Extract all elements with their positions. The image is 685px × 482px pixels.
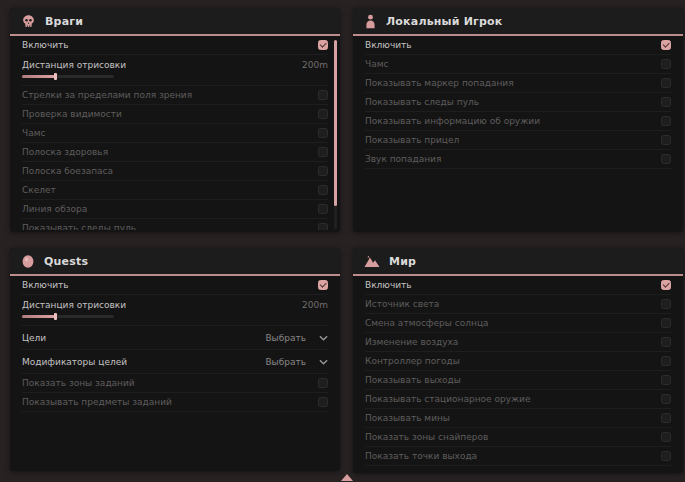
slider-fill bbox=[22, 315, 55, 318]
checkbox[interactable] bbox=[318, 223, 328, 230]
setting-row: Контроллер погоды bbox=[365, 352, 671, 371]
setting-row: Показывать информацию об оружии bbox=[365, 112, 671, 131]
setting-row: Включить bbox=[365, 276, 671, 295]
dropdown-value: Выбрать bbox=[265, 357, 306, 367]
checkbox[interactable] bbox=[661, 375, 671, 385]
checkbox[interactable] bbox=[661, 59, 671, 69]
checkbox[interactable] bbox=[318, 109, 328, 119]
setting-row: Модификаторы целей Выбрать bbox=[22, 350, 328, 374]
slider-fill bbox=[22, 75, 55, 78]
checkbox[interactable] bbox=[661, 413, 671, 423]
setting-label: Показывать выходы bbox=[365, 375, 461, 385]
setting-label: Чамс bbox=[22, 128, 45, 138]
setting-label: Показывать информацию об оружии bbox=[365, 116, 540, 126]
setting-row: Показать зоны заданий bbox=[22, 374, 328, 393]
panel-enemies-header[interactable]: Враги bbox=[10, 8, 340, 36]
setting-label: Модификаторы целей bbox=[22, 357, 127, 367]
setting-label: Включить bbox=[365, 40, 412, 50]
checkbox[interactable] bbox=[661, 116, 671, 126]
setting-label: Смена атмосферы солнца bbox=[365, 318, 489, 328]
checkbox[interactable] bbox=[318, 204, 328, 214]
scrollbar[interactable] bbox=[334, 40, 337, 229]
checkbox[interactable] bbox=[318, 40, 328, 50]
panel-world: Мир Включить Источник света Смена атмосф… bbox=[353, 248, 683, 473]
scrollbar-thumb[interactable] bbox=[334, 40, 337, 206]
checkbox[interactable] bbox=[318, 185, 328, 195]
setting-label: Показать зоны снайперов bbox=[365, 432, 488, 442]
setting-row: Показать точки выхода bbox=[365, 447, 671, 466]
setting-row: Источник света bbox=[365, 295, 671, 314]
setting-row: Смена атмосферы солнца bbox=[365, 314, 671, 333]
setting-label: Показывать мины bbox=[365, 413, 450, 423]
setting-label: Звук попадания bbox=[365, 154, 441, 164]
slider-handle[interactable] bbox=[54, 313, 57, 320]
setting-label: Включить bbox=[365, 280, 412, 290]
setting-label: Включить bbox=[22, 40, 69, 50]
slider-setting: Дистанция отрисовки 200m bbox=[22, 295, 328, 326]
quest-icon bbox=[21, 254, 35, 269]
setting-row: Показывать выходы bbox=[365, 371, 671, 390]
panel-world-header[interactable]: Мир bbox=[353, 248, 683, 276]
setting-row: Показывать следы пуль bbox=[22, 219, 328, 230]
checkbox[interactable] bbox=[661, 451, 671, 461]
setting-row: Показывать прицел bbox=[365, 131, 671, 150]
setting-label: Показывать предметы заданий bbox=[22, 397, 172, 407]
checkbox[interactable] bbox=[661, 154, 671, 164]
checkbox[interactable] bbox=[661, 337, 671, 347]
panel-local-player-body: Включить Чамс Показывать маркер попадани… bbox=[353, 36, 683, 230]
checkbox[interactable] bbox=[661, 432, 671, 442]
distance-slider[interactable] bbox=[22, 315, 114, 318]
goals-dropdown[interactable]: Выбрать bbox=[265, 333, 328, 343]
distance-slider[interactable] bbox=[22, 75, 114, 78]
setting-label: Дистанция отрисовки bbox=[22, 300, 126, 310]
setting-row: Показать зоны снайперов bbox=[365, 428, 671, 447]
checkbox[interactable] bbox=[661, 97, 671, 107]
setting-label: Включить bbox=[22, 280, 69, 290]
checkbox[interactable] bbox=[661, 394, 671, 404]
checkbox[interactable] bbox=[318, 166, 328, 176]
checkbox[interactable] bbox=[661, 356, 671, 366]
checkbox[interactable] bbox=[318, 90, 328, 100]
person-icon bbox=[364, 14, 377, 29]
checkbox[interactable] bbox=[318, 397, 328, 407]
setting-row: Изменение воздуха bbox=[365, 333, 671, 352]
checkbox[interactable] bbox=[661, 318, 671, 328]
setting-label: Контроллер погоды bbox=[365, 356, 460, 366]
checkbox[interactable] bbox=[318, 280, 328, 290]
checkbox[interactable] bbox=[661, 40, 671, 50]
setting-row: Включить bbox=[22, 36, 328, 55]
panel-local-player-header[interactable]: Локальный Игрок bbox=[353, 8, 683, 36]
setting-row: Звук попадания bbox=[365, 150, 671, 169]
setting-label: Источник света bbox=[365, 299, 439, 309]
checkbox[interactable] bbox=[661, 78, 671, 88]
dropdown-value: Выбрать bbox=[265, 333, 306, 343]
setting-row: Скелет bbox=[22, 181, 328, 200]
skull-icon bbox=[21, 14, 36, 29]
setting-label: Стрелки за пределами поля зрения bbox=[22, 90, 192, 100]
slider-handle[interactable] bbox=[54, 73, 57, 80]
setting-label: Изменение воздуха bbox=[365, 337, 458, 347]
checkbox[interactable] bbox=[318, 147, 328, 157]
setting-label: Дистанция отрисовки bbox=[22, 60, 126, 70]
setting-label: Скелет bbox=[22, 185, 56, 195]
slider-setting: Дистанция отрисовки 200m bbox=[22, 55, 328, 86]
setting-label: Проверка видимости bbox=[22, 109, 122, 119]
panel-enemies-body: Включить Дистанция отрисовки 200m Стрелк… bbox=[10, 36, 340, 230]
panel-local-player: Локальный Игрок Включить Чамс Показывать… bbox=[353, 8, 683, 232]
checkbox[interactable] bbox=[318, 378, 328, 388]
checkbox[interactable] bbox=[661, 299, 671, 309]
setting-row: Полоска здоровья bbox=[22, 143, 328, 162]
goal-modifiers-dropdown[interactable]: Выбрать bbox=[265, 357, 328, 367]
panel-title: Локальный Игрок bbox=[386, 15, 503, 28]
setting-label: Линия обзора bbox=[22, 204, 87, 214]
checkbox[interactable] bbox=[661, 135, 671, 145]
setting-row: Включить bbox=[22, 276, 328, 295]
panel-title: Враги bbox=[45, 15, 83, 28]
cursor-triangle bbox=[341, 474, 353, 481]
setting-label: Показывать стационарное оружие bbox=[365, 394, 530, 404]
checkbox[interactable] bbox=[318, 128, 328, 138]
panel-quests-header[interactable]: Quests bbox=[10, 248, 340, 276]
checkbox[interactable] bbox=[661, 280, 671, 290]
setting-label: Показывать маркер попадания bbox=[365, 78, 514, 88]
chevron-down-icon bbox=[319, 335, 328, 341]
